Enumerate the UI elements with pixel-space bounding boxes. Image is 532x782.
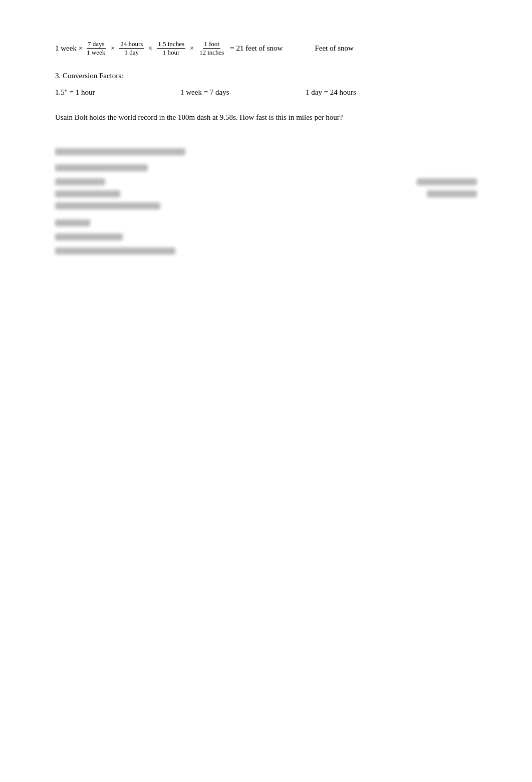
blurred-line-5 [55, 233, 123, 240]
fraction-foot-per-inches: 1 foot 12 inches [198, 40, 225, 57]
equation-line: 1 week × 7 days 1 week × 24 hours 1 day … [55, 40, 477, 57]
fraction-hours-numerator: 24 hours [119, 40, 144, 49]
times-2: × [148, 45, 152, 53]
fraction-inches-per-hour: 1.5 inches 1 hour [157, 40, 185, 57]
blurred-line-1 [55, 148, 185, 155]
blurred-block-2b [427, 190, 477, 197]
fraction-foot-denominator: 12 inches [198, 49, 225, 57]
blurred-block-1a [55, 178, 105, 185]
fraction-days-denominator: 1 week [86, 49, 106, 57]
blurred-row-1 [55, 178, 477, 185]
blurred-line-6 [55, 247, 175, 254]
conversion-item-2: 1 week = 7 days [180, 88, 306, 97]
fraction-hours-per-day: 24 hours 1 day [119, 40, 144, 57]
blurred-block-2a [55, 190, 120, 197]
blurred-row-2 [55, 190, 477, 197]
fraction-hours-denominator: 1 day [124, 49, 140, 57]
blurred-line-2 [55, 164, 148, 171]
section-3-heading: 3. Conversion Factors: [55, 72, 477, 80]
fraction-inches-numerator: 1.5 inches [157, 40, 185, 49]
conversion-item-3: 1 day = 24 hours [306, 88, 431, 97]
word-problem-text: Usain Bolt holds the world record in the… [55, 113, 343, 121]
fraction-days-per-week: 7 days 1 week [86, 40, 106, 57]
blurred-section [55, 148, 477, 254]
conversion-item-1: 1.5" = 1 hour [55, 88, 180, 97]
equation-section: 1 week × 7 days 1 week × 24 hours 1 day … [55, 40, 477, 57]
blurred-group-1 [55, 148, 477, 155]
equation-result: = 21 feet of snow [230, 44, 283, 53]
blurred-group-3 [55, 219, 477, 254]
blurred-line-4 [55, 219, 90, 226]
fraction-inches-denominator: 1 hour [162, 49, 181, 57]
times-3: × [190, 45, 194, 53]
equation-start: 1 week × [55, 44, 83, 53]
blurred-line-3 [55, 202, 160, 209]
fraction-foot-numerator: 1 foot [203, 40, 220, 49]
fraction-days-numerator: 7 days [87, 40, 106, 49]
blurred-group-2 [55, 164, 477, 209]
word-problem: Usain Bolt holds the world record in the… [55, 112, 477, 123]
equation-label: Feet of snow [315, 44, 354, 53]
times-1: × [111, 45, 115, 53]
conversion-factors: 1.5" = 1 hour 1 week = 7 days 1 day = 24… [55, 88, 477, 97]
blurred-block-1b [417, 178, 477, 185]
